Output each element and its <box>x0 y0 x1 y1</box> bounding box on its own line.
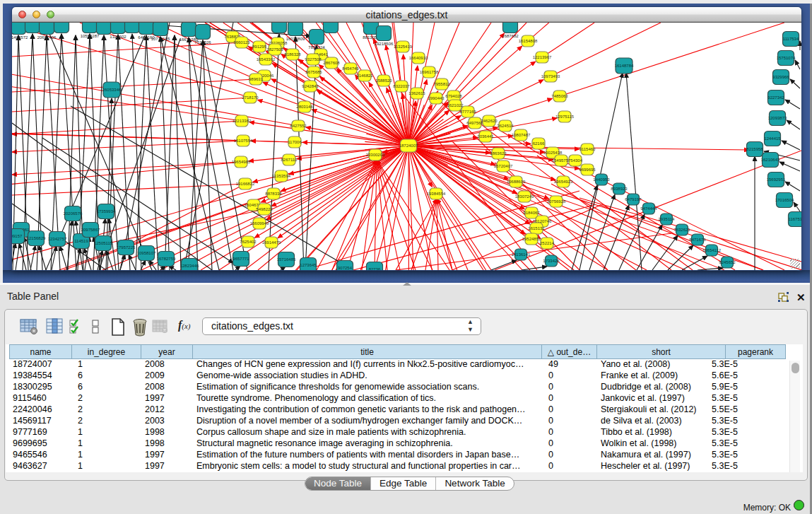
svg-text:14136141: 14136141 <box>512 252 531 257</box>
svg-text:15609949: 15609949 <box>250 221 269 226</box>
svg-text:8454749: 8454749 <box>342 66 359 71</box>
svg-text:15720407: 15720407 <box>494 164 513 168</box>
svg-text:5498222: 5498222 <box>256 207 273 211</box>
svg-text:11325419: 11325419 <box>394 45 413 49</box>
svg-text:12213967: 12213967 <box>533 55 552 59</box>
svg-text:17016504: 17016504 <box>775 198 794 202</box>
svg-text:12156829: 12156829 <box>27 236 46 240</box>
svg-text:16154808: 16154808 <box>519 39 538 43</box>
svg-text:8471676: 8471676 <box>689 238 706 242</box>
svg-text:1244415: 1244415 <box>764 136 781 141</box>
svg-text:16148784: 16148784 <box>615 64 634 68</box>
svg-text:1588520: 1588520 <box>375 78 392 83</box>
svg-text:17359934: 17359934 <box>97 209 116 214</box>
svg-text:9242843: 9242843 <box>302 84 319 88</box>
svg-text:20691406: 20691406 <box>37 35 57 40</box>
svg-text:9146821: 9146821 <box>356 74 373 78</box>
svg-text:16033809: 16033809 <box>286 37 305 41</box>
svg-text:7625402: 7625402 <box>240 240 257 244</box>
svg-text:10025438: 10025438 <box>543 151 563 155</box>
svg-text:7632621: 7632621 <box>673 228 690 232</box>
svg-text:10654112: 10654112 <box>702 248 722 252</box>
svg-text:20206576: 20206576 <box>64 211 83 216</box>
svg-text:9245652: 9245652 <box>719 260 736 264</box>
svg-text:2718170: 2718170 <box>242 95 259 100</box>
svg-text:7955812: 7955812 <box>433 82 450 86</box>
svg-text:7515526: 7515526 <box>194 40 211 45</box>
svg-text:9777169: 9777169 <box>459 110 476 114</box>
svg-text:8427552: 8427552 <box>290 124 307 128</box>
svg-text:8938923: 8938923 <box>611 187 628 191</box>
svg-text:15751074: 15751074 <box>777 56 796 60</box>
svg-text:1362615: 1362615 <box>408 91 425 95</box>
svg-text:20975867: 20975867 <box>81 228 100 232</box>
svg-text:989631: 989631 <box>249 77 264 81</box>
svg-text:12823446: 12823446 <box>180 264 199 268</box>
svg-text:2687682: 2687682 <box>502 34 519 38</box>
svg-text:1615132: 1615132 <box>528 226 545 230</box>
svg-text:8186328: 8186328 <box>284 52 301 57</box>
svg-text:8215958: 8215958 <box>746 147 763 151</box>
svg-text:19166822: 19166822 <box>236 182 255 186</box>
svg-text:252214: 252214 <box>540 241 555 245</box>
svg-text:19218506: 19218506 <box>375 42 394 46</box>
svg-text:16961758: 16961758 <box>420 70 439 74</box>
svg-text:2827509: 2827509 <box>266 47 283 52</box>
svg-text:9699695: 9699695 <box>579 168 596 172</box>
svg-text:1863622: 1863622 <box>490 151 507 156</box>
svg-text:2803144: 2803144 <box>296 105 313 109</box>
svg-text:15692951: 15692951 <box>767 177 786 182</box>
svg-text:10756928: 10756928 <box>547 199 566 204</box>
svg-text:7462620: 7462620 <box>481 119 498 123</box>
svg-text:21405572: 21405572 <box>12 35 28 40</box>
svg-text:16914479: 16914479 <box>262 240 281 245</box>
svg-text:15716485: 15716485 <box>277 257 296 262</box>
svg-text:2036441: 2036441 <box>477 134 494 139</box>
svg-text:12213382: 12213382 <box>233 119 252 123</box>
svg-text:9329966: 9329966 <box>772 75 789 79</box>
svg-text:10973493: 10973493 <box>541 74 560 78</box>
svg-text:16107554: 16107554 <box>234 139 253 143</box>
svg-text:9474444: 9474444 <box>640 206 657 211</box>
svg-text:9115460: 9115460 <box>579 147 596 151</box>
svg-text:1621022: 1621022 <box>447 103 464 107</box>
svg-text:9657771: 9657771 <box>233 257 249 261</box>
svg-text:16543362: 16543362 <box>257 57 276 62</box>
svg-text:754304: 754304 <box>568 158 583 163</box>
svg-text:5675685: 5675685 <box>305 70 322 74</box>
svg-text:19384554: 19384554 <box>427 192 446 196</box>
svg-text:114519: 114519 <box>74 239 88 243</box>
svg-text:12342757: 12342757 <box>48 237 67 241</box>
svg-text:1990443: 1990443 <box>428 96 445 100</box>
svg-text:10807487: 10807487 <box>512 133 531 137</box>
svg-text:19654985: 19654985 <box>232 160 251 164</box>
svg-text:1440953: 1440953 <box>593 177 610 182</box>
svg-text:8267110: 8267110 <box>281 158 298 162</box>
svg-text:907254: 907254 <box>338 266 353 270</box>
svg-text:16640910: 16640910 <box>409 56 428 60</box>
svg-text:891295: 891295 <box>252 45 267 49</box>
svg-text:1327602: 1327602 <box>110 35 126 39</box>
svg-text:13654923: 13654923 <box>554 180 573 184</box>
svg-text:1273645: 1273645 <box>300 263 317 267</box>
svg-text:6794028: 6794028 <box>445 94 462 98</box>
svg-text:19524851: 19524851 <box>522 237 541 241</box>
svg-text:10958107: 10958107 <box>137 251 156 255</box>
svg-text:16210643: 16210643 <box>761 158 780 162</box>
svg-text:23300203: 23300203 <box>366 153 385 157</box>
svg-text:117006: 117006 <box>288 140 302 144</box>
svg-text:26053346: 26053346 <box>102 88 122 92</box>
svg-text:2867608: 2867608 <box>323 61 340 65</box>
svg-text:9227342: 9227342 <box>767 95 784 100</box>
svg-text:1117534: 1117534 <box>783 37 799 41</box>
svg-text:12975115: 12975115 <box>555 115 575 119</box>
svg-text:99157: 99157 <box>12 234 23 238</box>
svg-text:62166: 62166 <box>533 141 545 146</box>
svg-text:2935114: 2935114 <box>659 217 676 221</box>
svg-text:7485063: 7485063 <box>551 94 568 98</box>
svg-text:82736: 82736 <box>369 267 381 270</box>
svg-text:9327508: 9327508 <box>305 57 322 62</box>
svg-text:8322037: 8322037 <box>393 84 410 88</box>
svg-text:12505115: 12505115 <box>94 241 113 245</box>
svg-text:11353594: 11353594 <box>272 174 291 178</box>
